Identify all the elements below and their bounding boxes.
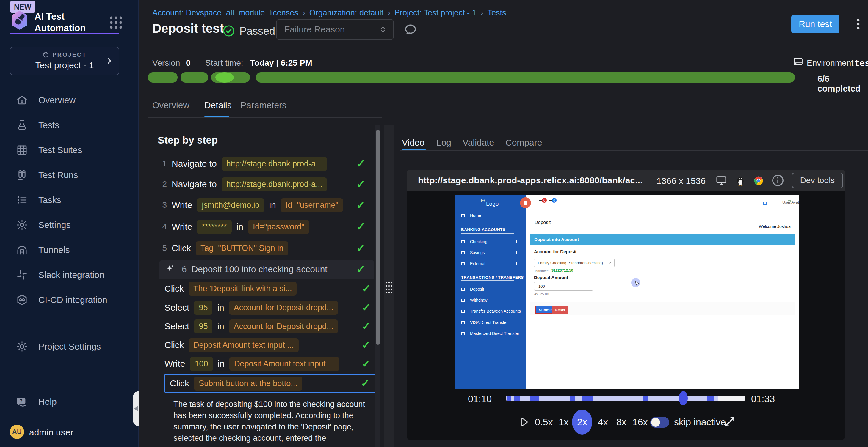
step-row[interactable]: Select95inAccount for Deposit dropd...✓: [164, 317, 379, 336]
timeline-event-marker[interactable]: [582, 396, 593, 401]
step-row[interactable]: ClickDeposit Amount text input ...✓: [164, 336, 379, 354]
bank-card-footer: Submit Reset: [530, 302, 796, 315]
step-row[interactable]: Write100inDeposit Amount text input ...✓: [164, 354, 379, 373]
sidebar-item-project-settings[interactable]: Project Settings: [10, 334, 119, 359]
fullscreen-icon[interactable]: [723, 415, 736, 428]
sidebar-item-tasks[interactable]: Tasks: [10, 187, 119, 212]
bank-card-body: Account for Deposit Family Checking (Sta…: [530, 245, 796, 302]
test-runs-icon: [16, 169, 28, 181]
bank-balance-label: Balance:: [535, 269, 549, 273]
step-target-chip: Id="username": [281, 198, 343, 212]
step-row-selected[interactable]: ClickSubmit button at the botto...✓: [164, 374, 379, 393]
sidebar-item-test-suites[interactable]: Test Suites: [10, 138, 119, 163]
video-resolution: 1366 x 1536: [656, 176, 706, 186]
gear-icon: [16, 219, 28, 231]
breadcrumb-organization[interactable]: Organization: default: [309, 8, 383, 17]
steps-scrollbar-thumb[interactable]: [376, 130, 380, 345]
sidebar-item-slack-integration[interactable]: Slack integration: [10, 263, 119, 287]
breadcrumb-separator: ›: [388, 8, 390, 17]
info-icon[interactable]: [771, 174, 785, 187]
sidebar-item-ci-cd-integration[interactable]: CI-CD integration: [10, 287, 119, 312]
tab-video[interactable]: Video: [402, 138, 425, 148]
step-row[interactable]: 2Navigate tohttp://stage.dbank.prod-a...…: [159, 175, 374, 194]
bank-amount-label: Deposit Amount: [534, 275, 568, 280]
start-time-label: Start time:: [205, 58, 243, 68]
timeline-event-marker[interactable]: [507, 396, 512, 401]
step-row[interactable]: 3Writejsmith@demo.ioinId="username"✓: [159, 196, 374, 215]
step-row[interactable]: ClickThe 'Deposit' link with a si...✓: [164, 279, 379, 298]
drag-grip-icon: [385, 281, 393, 295]
timeline-event-marker[interactable]: [570, 396, 575, 401]
progress-segment: [211, 72, 250, 82]
step-number: 5: [159, 243, 167, 253]
timeline-event-marker[interactable]: [707, 396, 714, 401]
skip-inactive-toggle[interactable]: [650, 417, 669, 428]
failure-reason-select[interactable]: Failure Reason: [276, 19, 394, 40]
sidebar-item-overview[interactable]: Overview: [10, 88, 119, 113]
panel-splitter[interactable]: [384, 125, 394, 447]
step-target-chip: Account for Deposit dropd...: [229, 319, 338, 334]
speed-1x[interactable]: 1x: [559, 417, 569, 428]
speed-16x[interactable]: 16x: [632, 417, 648, 428]
step-row[interactable]: 5ClickTag="BUTTON" Sign in✓: [159, 239, 374, 258]
speed-4x[interactable]: 4x: [598, 417, 608, 428]
tab-compare[interactable]: Compare: [505, 138, 542, 148]
bank-checkbox-icon: [461, 214, 465, 217]
timeline-thumb[interactable]: [679, 391, 688, 405]
breadcrumb-account[interactable]: Account: Devspace_all_module_licenses: [152, 8, 298, 17]
step-row[interactable]: 4Write********inId="password"✓: [159, 217, 374, 236]
bank-nav-label: Savings: [470, 250, 485, 255]
timeline-event-marker[interactable]: [514, 396, 520, 401]
step-row[interactable]: 1Navigate tohttp://stage.dbank.prod-a...…: [159, 154, 374, 173]
tab-log[interactable]: Log: [436, 138, 451, 148]
comment-icon[interactable]: [403, 23, 417, 37]
timeline-event-marker[interactable]: [643, 396, 648, 401]
sidebar-item-tunnels[interactable]: Tunnels: [10, 238, 119, 263]
breadcrumb-separator: ›: [303, 8, 305, 17]
sidebar-collapse-button[interactable]: [133, 391, 139, 426]
sidebar-item-settings[interactable]: Settings: [10, 212, 119, 238]
bank-checkbox-icon: [461, 332, 465, 335]
project-selector[interactable]: PROJECT Test project - 1: [10, 47, 119, 75]
tab-overview[interactable]: Overview: [152, 100, 189, 110]
speed-2x[interactable]: 2x: [572, 410, 592, 435]
step-target-chip: Id="password": [248, 220, 309, 234]
bank-checkbox-icon: [461, 262, 465, 265]
bank-checkbox-icon: [461, 240, 465, 243]
breadcrumb-project[interactable]: Project: Test project - 1: [395, 8, 476, 17]
run-test-button[interactable]: Run test: [791, 15, 839, 33]
sidebar-item-test-runs[interactable]: Test Runs: [10, 163, 119, 187]
kebab-menu-icon[interactable]: [851, 17, 865, 31]
breadcrumb-tests[interactable]: Tests: [488, 8, 506, 17]
timeline-track[interactable]: [506, 396, 745, 401]
play-icon[interactable]: [520, 416, 529, 428]
bank-nav-label: Transfer Between Accounts: [470, 309, 521, 314]
help-icon: ?: [16, 396, 28, 408]
collapse-arrow-icon: [134, 406, 138, 411]
cube-icon: [42, 51, 50, 58]
toggle-knob: [651, 418, 660, 427]
step-passed-icon: ✓: [362, 339, 371, 351]
time-current: 01:10: [468, 393, 492, 405]
dev-tools-button[interactable]: Dev tools: [792, 173, 843, 188]
bank-nav-external: External: [455, 259, 526, 268]
cicd-icon: [16, 294, 28, 306]
avatar[interactable]: AU: [10, 425, 24, 439]
tab-parameters[interactable]: Parameters: [240, 100, 286, 110]
step-row[interactable]: Select95inAccount for Deposit dropd...✓: [164, 298, 379, 317]
speed-8x[interactable]: 8x: [616, 417, 626, 428]
speed-0.5x[interactable]: 0.5x: [535, 417, 553, 428]
bank-nav-withdraw: Withdraw: [455, 296, 526, 305]
apps-grid-icon[interactable]: [109, 15, 123, 30]
tab-validate[interactable]: Validate: [463, 138, 494, 148]
sidebar-item-tests[interactable]: Tests: [10, 113, 119, 138]
bank-amount-input: 100: [534, 282, 593, 291]
timeline-event-marker[interactable]: [530, 396, 539, 401]
tab-details[interactable]: Details: [204, 100, 232, 110]
user-name[interactable]: admin user: [29, 427, 73, 438]
step-target-chip: Account for Deposit dropd...: [229, 301, 338, 315]
step-group-header[interactable]: 6Deposit 100 into checking account✓: [159, 260, 374, 279]
sidebar-item-label: Test Suites: [38, 145, 82, 155]
sidebar-item-help[interactable]: ?Help: [10, 389, 119, 414]
step-action-label: Write: [164, 359, 185, 369]
